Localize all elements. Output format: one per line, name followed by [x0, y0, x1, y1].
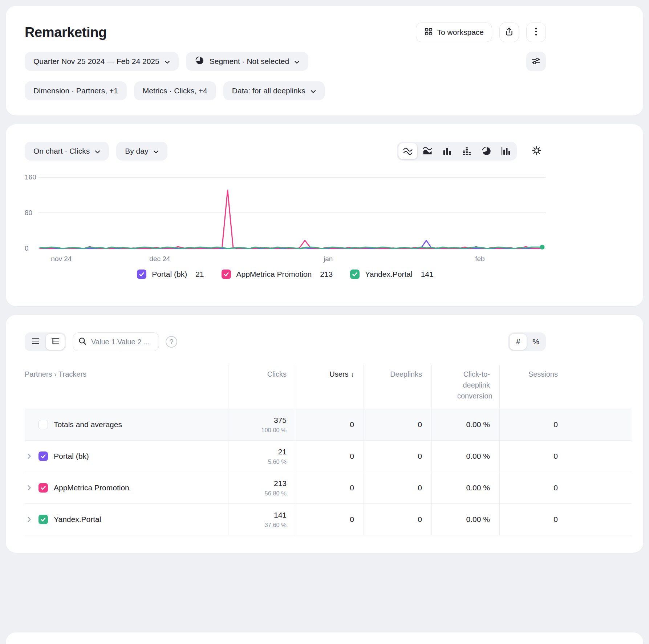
- gear-icon: [532, 146, 541, 157]
- table-row-portal[interactable]: Portal (bk) 215.60 % 0 0 0.00 % 0: [25, 440, 632, 472]
- number-format-toggle: # %: [508, 332, 546, 351]
- sliders-icon: [531, 56, 541, 67]
- on-chart-metric-selector[interactable]: On chart · Clicks: [25, 142, 109, 161]
- chart-type-histogram-button[interactable]: [496, 143, 515, 159]
- metrics-label: Metrics · Clicks, +4: [143, 86, 207, 95]
- page-title: Remarketing: [25, 24, 107, 41]
- row-name: Portal (bk): [54, 452, 89, 461]
- search-input[interactable]: [90, 337, 154, 347]
- column-header-clicks[interactable]: Clicks: [228, 365, 296, 409]
- to-workspace-button[interactable]: To workspace: [416, 23, 492, 42]
- more-menu-button[interactable]: [526, 23, 546, 42]
- share-icon: [504, 27, 514, 38]
- sort-desc-icon: ↓: [351, 370, 354, 378]
- row-expander-icon[interactable]: [25, 453, 33, 459]
- segment-filter[interactable]: Segment · Not selected: [186, 52, 308, 71]
- flat-list-view-button[interactable]: [26, 334, 45, 350]
- cell-clicks: 14137.60 %: [228, 504, 296, 535]
- data-scope-label: Data: for all deeplinks: [232, 86, 305, 95]
- cell-deeplinks: 0: [364, 504, 431, 535]
- metrics-filter[interactable]: Metrics · Clicks, +4: [134, 81, 216, 100]
- line-chart: 080160 nov 24dec 24janfeb Portal (bk) 21…: [25, 175, 546, 279]
- chevron-down-icon: [153, 147, 159, 155]
- legend-item-yandex-portal[interactable]: Yandex.Portal 141: [350, 270, 433, 279]
- cell-clicks: 21356.80 %: [228, 472, 296, 503]
- page: Remarketing To workspace: [0, 0, 649, 644]
- column-header-users[interactable]: Users↓: [296, 365, 364, 409]
- cell-clicks: 375100.00 %: [228, 409, 296, 440]
- granularity-label: By day: [125, 147, 148, 155]
- absolute-values-button[interactable]: #: [510, 334, 527, 350]
- tree-icon: [50, 336, 60, 348]
- table-search: [73, 332, 159, 351]
- cell-sessions: 0: [499, 409, 558, 440]
- data-scope-filter[interactable]: Data: for all deeplinks: [223, 81, 325, 100]
- report-header-card: Remarketing To workspace: [6, 6, 643, 116]
- legend-item-portal[interactable]: Portal (bk) 21: [137, 270, 204, 279]
- chart-legend: Portal (bk) 21 AppMetrica Promotion 213 …: [25, 270, 546, 279]
- share-button[interactable]: [499, 23, 519, 42]
- legend-checkbox-yandex-portal[interactable]: [350, 270, 360, 279]
- chart-type-stacked-bars-button[interactable]: [457, 143, 476, 159]
- next-card-partial: [6, 632, 643, 644]
- column-header-sessions[interactable]: Sessions: [499, 365, 558, 409]
- chart-type-bars-button[interactable]: [438, 143, 457, 159]
- row-checkbox-appmetrica-promotion[interactable]: [38, 483, 48, 493]
- row-expander-icon[interactable]: [25, 485, 33, 491]
- chart-type-lines-button[interactable]: [398, 143, 417, 159]
- row-name: Yandex.Portal: [54, 515, 101, 524]
- cell-users: 0: [296, 472, 364, 503]
- table-row-totals: Totals and averages 375100.00 % 0 0 0.00…: [25, 409, 632, 440]
- row-name: AppMetrica Promotion: [54, 483, 129, 492]
- chevron-down-icon: [165, 57, 170, 66]
- tree-view-button[interactable]: [46, 334, 65, 350]
- chevron-down-icon: [95, 147, 100, 155]
- segment-label: Segment · Not selected: [210, 57, 289, 66]
- legend-item-appmetrica-promotion[interactable]: AppMetrica Promotion 213: [222, 270, 333, 279]
- chevron-down-icon: [311, 86, 316, 95]
- chevron-down-icon: [294, 57, 300, 66]
- report-table: Partners › Trackers Clicks Users↓ Deepli…: [25, 365, 632, 535]
- cell-conversion: 0.00 %: [431, 441, 499, 472]
- column-header-deeplinks[interactable]: Deeplinks: [364, 365, 431, 409]
- dimension-filter[interactable]: Dimension · Partners, +1: [25, 81, 127, 100]
- chart-settings-button[interactable]: [527, 142, 546, 161]
- column-header-conversion[interactable]: Click-to-deeplink conversion: [431, 365, 499, 409]
- chart-type-pie-button[interactable]: [477, 143, 496, 159]
- cell-conversion: 0.00 %: [431, 409, 499, 440]
- kebab-icon: [535, 27, 538, 38]
- chart-type-switcher: [397, 142, 517, 161]
- cell-sessions: 0: [499, 441, 558, 472]
- date-range-label: Quarter Nov 25 2024 — Feb 24 2025: [33, 57, 159, 66]
- cell-deeplinks: 0: [364, 441, 431, 472]
- date-range-filter[interactable]: Quarter Nov 25 2024 — Feb 24 2025: [25, 52, 179, 71]
- table-card: ? # % Partners › Trackers Clicks Users↓ …: [6, 315, 643, 553]
- row-expander-icon[interactable]: [25, 516, 33, 523]
- chart-card: On chart · Clicks By day: [6, 124, 643, 306]
- cell-sessions: 0: [499, 504, 558, 535]
- display-settings-button[interactable]: [526, 52, 546, 71]
- legend-checkbox-appmetrica-promotion[interactable]: [222, 270, 231, 279]
- legend-checkbox-portal[interactable]: [137, 270, 146, 279]
- percent-values-button[interactable]: %: [527, 334, 544, 350]
- table-row-yandex-portal[interactable]: Yandex.Portal 14137.60 % 0 0 0.00 % 0: [25, 503, 632, 535]
- row-checkbox-portal[interactable]: [38, 451, 48, 461]
- cell-conversion: 0.00 %: [431, 472, 499, 503]
- table-row-appmetrica-promotion[interactable]: AppMetrica Promotion 21356.80 % 0 0 0.00…: [25, 472, 632, 503]
- column-header-partners-trackers[interactable]: Partners › Trackers: [25, 365, 228, 409]
- totals-checkbox[interactable]: [38, 420, 48, 429]
- cell-deeplinks: 0: [364, 472, 431, 503]
- cell-users: 0: [296, 504, 364, 535]
- cell-clicks: 215.60 %: [228, 441, 296, 472]
- granularity-selector[interactable]: By day: [116, 142, 167, 161]
- help-button[interactable]: ?: [166, 336, 177, 348]
- search-icon: [78, 337, 87, 347]
- on-chart-label: On chart · Clicks: [33, 147, 90, 155]
- row-checkbox-yandex-portal[interactable]: [38, 515, 48, 524]
- to-workspace-label: To workspace: [437, 28, 484, 37]
- table-header-row: Partners › Trackers Clicks Users↓ Deepli…: [25, 365, 632, 409]
- cell-deeplinks: 0: [364, 409, 431, 440]
- cell-users: 0: [296, 409, 364, 440]
- dimension-label: Dimension · Partners, +1: [33, 86, 118, 95]
- chart-type-areas-button[interactable]: [418, 143, 437, 159]
